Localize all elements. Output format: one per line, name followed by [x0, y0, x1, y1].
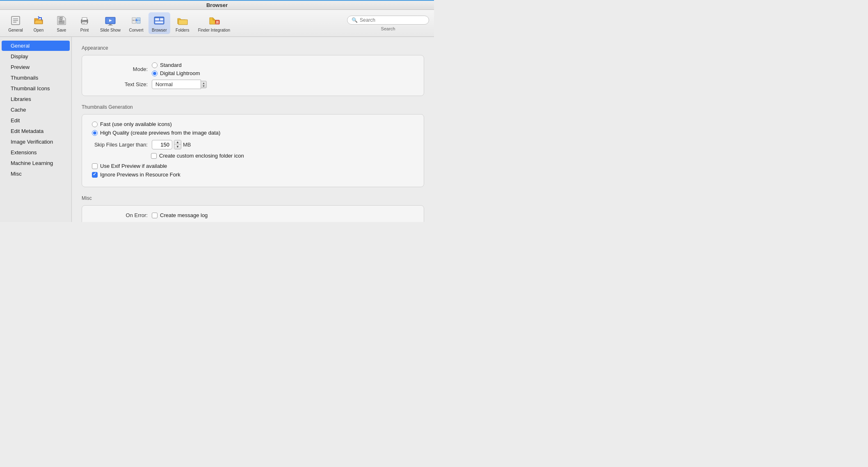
text-size-row: Text Size: Small Normal Large ▲ ▼ [90, 80, 416, 89]
sidebar-item-preview[interactable]: Preview [2, 62, 70, 72]
sidebar-item-cache[interactable]: Cache [2, 105, 70, 115]
toolbar-item-folders[interactable]: Folders [172, 12, 193, 34]
mode-digital-row: Digital Lightroom [152, 70, 200, 76]
svg-text:JPG: JPG [137, 19, 140, 21]
original-file-date-controls: Keep after modifying metadata [152, 222, 233, 222]
toolbar-item-convert[interactable]: IMG JPG Convert [126, 12, 147, 34]
general-label: General [8, 28, 23, 32]
svg-point-12 [82, 20, 83, 21]
on-error-row: On Error: Create message log [90, 212, 416, 218]
skip-files-label: Skip Files Larger than: [90, 142, 148, 148]
svg-rect-18 [109, 24, 112, 25]
toolbar: General Open JPG PNG TIFF Save [0, 10, 434, 37]
main-layout: General Display Preview Thumbnails Thumb… [0, 37, 434, 222]
svg-rect-25 [155, 21, 163, 23]
svg-rect-24 [160, 18, 163, 21]
exif-preview-checkbox[interactable] [92, 163, 98, 169]
convert-icon: IMG JPG [130, 14, 143, 27]
skip-files-controls: ▲ ▼ MB [152, 140, 191, 149]
sidebar-item-edit-metadata[interactable]: Edit Metadata [2, 126, 70, 136]
sidebar-item-misc[interactable]: Misc [2, 169, 70, 179]
mode-digital-label: Digital Lightroom [160, 70, 200, 76]
mode-standard-radio[interactable] [152, 62, 158, 68]
sidebar: General Display Preview Thumbnails Thumb… [0, 37, 72, 222]
sidebar-item-thumbnail-icons[interactable]: Thumbnail Icons [2, 83, 70, 94]
sidebar-item-general[interactable]: General [2, 41, 70, 51]
skip-files-up[interactable]: ▲ [174, 140, 181, 145]
fast-label: Fast (use only available icons) [100, 121, 172, 127]
open-icon [32, 14, 45, 27]
text-size-stepper[interactable]: ▲ ▼ [201, 81, 207, 88]
keep-after-modifying-checkbox[interactable] [152, 222, 158, 222]
toolbar-item-save[interactable]: JPG PNG TIFF Save [51, 12, 72, 34]
sidebar-item-machine-learning[interactable]: Machine Learning [2, 158, 70, 168]
mode-controls: Standard Digital Lightroom [152, 62, 200, 76]
misc-title: Misc [82, 195, 424, 201]
toolbar-item-print[interactable]: Print [74, 12, 95, 34]
mode-standard-label: Standard [160, 62, 182, 68]
appearance-box: Mode: Standard Digital Lightroom [82, 55, 424, 96]
svg-rect-14 [83, 23, 85, 24]
custom-folder-icon-row: Create custom enclosing folder icon [90, 153, 416, 159]
svg-text:TIFF: TIFF [59, 21, 62, 22]
print-label: Print [80, 28, 89, 32]
slideshow-label: Slide Show [100, 28, 121, 32]
create-message-log-label: Create message log [160, 212, 208, 218]
finder-label: Finder Integration [198, 28, 230, 32]
sidebar-item-extensions[interactable]: Extensions [2, 147, 70, 158]
skip-files-stepper[interactable]: ▲ ▼ [174, 140, 181, 149]
svg-text:IMG: IMG [132, 19, 136, 21]
text-size-label: Text Size: [90, 81, 148, 87]
text-size-select[interactable]: Small Normal Large [152, 80, 201, 89]
svg-rect-19 [108, 25, 113, 25]
custom-folder-checkbox[interactable] [151, 153, 157, 159]
toolbar-item-open[interactable]: Open [28, 12, 49, 34]
open-label: Open [34, 28, 43, 32]
search-label: Search [381, 26, 395, 31]
misc-box: On Error: Create message log Original Fi… [82, 205, 424, 222]
create-message-log-checkbox[interactable] [152, 213, 158, 218]
fast-radio[interactable] [92, 121, 98, 127]
thumbnails-generation-box: Fast (use only available icons) High Qua… [82, 114, 424, 187]
high-quality-label: High Quality (create previews from the i… [100, 130, 220, 136]
save-icon: JPG PNG TIFF [55, 14, 68, 27]
mode-digital-radio[interactable] [152, 71, 158, 76]
thumbnails-generation-section: Thumbnails Generation Fast (use only ava… [82, 104, 424, 187]
title-bar: Browser [0, 0, 434, 10]
custom-folder-label: Create custom enclosing folder icon [159, 153, 244, 159]
skip-files-down[interactable]: ▼ [174, 145, 181, 149]
sidebar-item-display[interactable]: Display [2, 51, 70, 62]
browser-label: Browser [152, 28, 167, 32]
search-input[interactable] [360, 17, 425, 23]
svg-text:EXT: EXT [216, 23, 219, 25]
convert-label: Convert [129, 28, 144, 32]
search-icon: 🔍 [352, 17, 358, 23]
ignore-resource-fork-checkbox[interactable] [92, 172, 98, 178]
browser-icon [153, 14, 166, 27]
search-box[interactable]: 🔍 [347, 16, 429, 25]
appearance-section: Appearance Mode: Standard Digital Lightr… [82, 45, 424, 96]
high-quality-radio[interactable] [92, 130, 98, 136]
appearance-title: Appearance [82, 45, 424, 51]
toolbar-item-general[interactable]: General [5, 12, 26, 34]
sidebar-item-image-verification[interactable]: Image Verification [2, 137, 70, 147]
toolbar-item-slideshow[interactable]: Slide Show [97, 12, 124, 34]
toolbar-item-finder[interactable]: EXT Finder Integration [195, 12, 233, 34]
high-quality-radio-row: High Quality (create previews from the i… [90, 130, 416, 136]
skip-files-input[interactable] [152, 140, 172, 149]
window-title: Browser [206, 2, 228, 8]
svg-rect-13 [83, 23, 86, 23]
print-icon [78, 14, 91, 27]
ignore-resource-fork-row: Ignore Previews in Resource Fork [92, 172, 416, 178]
sidebar-item-edit[interactable]: Edit [2, 115, 70, 126]
exif-preview-row: Use Exif Preview if available [92, 163, 416, 169]
sidebar-item-libraries[interactable]: Libraries [2, 94, 70, 104]
keep-after-modifying-label: Keep after modifying metadata [160, 222, 233, 222]
content-area: Appearance Mode: Standard Digital Lightr… [72, 37, 434, 222]
original-file-date-row: Original File Date: Keep after modifying… [90, 222, 416, 222]
toolbar-item-browser[interactable]: Browser [148, 12, 170, 34]
svg-rect-23 [155, 18, 159, 21]
sidebar-item-thumbnails[interactable]: Thumbnails [2, 73, 70, 83]
search-container: 🔍 Search [347, 16, 429, 31]
text-size-select-wrapper: Small Normal Large ▲ ▼ [152, 80, 207, 89]
